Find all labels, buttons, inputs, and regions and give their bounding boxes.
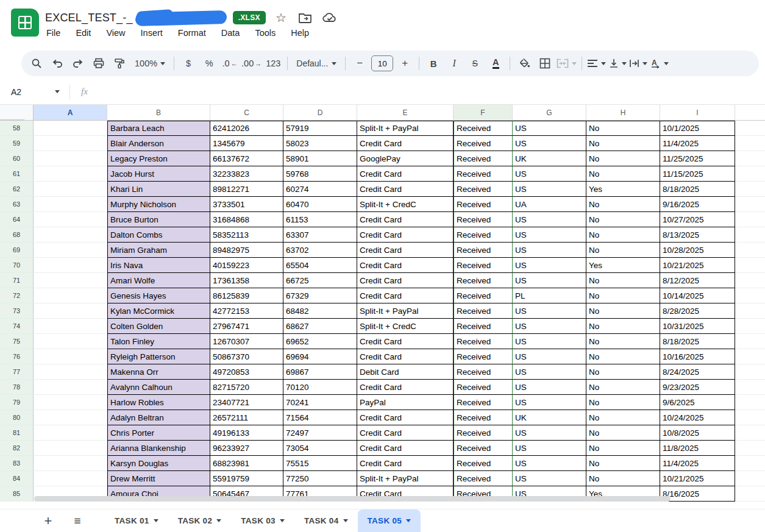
cell-h62[interactable]: Yes <box>586 182 660 197</box>
increase-decimal-button[interactable]: .00→ <box>241 54 262 73</box>
cell-g83[interactable]: US <box>513 456 586 471</box>
cell-b68[interactable]: Dalton Combs <box>107 227 210 243</box>
cell-e69[interactable]: Credit Card <box>357 243 454 258</box>
cell-c81[interactable]: 49196133 <box>210 425 283 441</box>
cell-b60[interactable]: Legacy Preston <box>107 151 210 166</box>
cell-c59[interactable]: 1345679 <box>210 136 283 151</box>
cell-partial[interactable] <box>735 288 765 303</box>
cell-h78[interactable]: No <box>586 380 660 395</box>
cell-e74[interactable]: Split-It + CredC <box>357 319 454 334</box>
cell-g72[interactable]: PL <box>513 288 586 303</box>
cell-h83[interactable]: No <box>586 456 660 471</box>
cell-d72[interactable]: 67329 <box>283 288 357 303</box>
row-header-60[interactable]: 60 <box>0 151 34 166</box>
merge-cells-button[interactable] <box>557 54 577 73</box>
cell-f59[interactable]: Received <box>454 136 513 151</box>
row-header-74[interactable]: 74 <box>0 319 34 334</box>
cell-g70[interactable]: US <box>513 258 586 273</box>
cell-d78[interactable]: 70120 <box>283 380 357 395</box>
cell-e61[interactable]: Credit Card <box>357 166 454 182</box>
decrease-font-size-button[interactable]: − <box>350 54 369 73</box>
cell-partial[interactable] <box>735 243 765 258</box>
cell-f61[interactable]: Received <box>454 166 513 182</box>
cell-e71[interactable]: Credit Card <box>357 273 454 288</box>
cell-i75[interactable]: 8/18/2025 <box>660 334 735 349</box>
cell-h70[interactable]: Yes <box>586 258 660 273</box>
column-header-d[interactable]: D <box>283 105 357 121</box>
cell-i76[interactable]: 10/16/2025 <box>660 349 735 364</box>
cell-f70[interactable]: Received <box>454 258 513 273</box>
cell-d63[interactable]: 60470 <box>283 197 357 212</box>
borders-button[interactable] <box>536 54 554 73</box>
cell-d75[interactable]: 69652 <box>283 334 357 349</box>
cell-h80[interactable]: No <box>586 410 660 425</box>
sheet-tab-task-03[interactable]: TASK 03 <box>231 509 294 532</box>
cell-f63[interactable]: Received <box>454 197 513 212</box>
cell-i80[interactable]: 10/24/2025 <box>660 410 735 425</box>
cell-partial[interactable] <box>735 151 765 166</box>
cell-partial[interactable] <box>735 136 765 151</box>
column-header-i[interactable]: I <box>660 105 735 121</box>
cell-g76[interactable]: US <box>513 349 586 364</box>
cell-c70[interactable]: 40159223 <box>210 258 283 273</box>
horizontal-scrollbar[interactable] <box>34 496 671 502</box>
cell-f75[interactable]: Received <box>454 334 513 349</box>
row-header-58[interactable]: 58 <box>0 121 34 136</box>
cell-f82[interactable]: Received <box>454 441 513 456</box>
cell-f71[interactable]: Received <box>454 273 513 288</box>
cell-h74[interactable]: No <box>586 319 660 334</box>
cell-c78[interactable]: 82715720 <box>210 380 283 395</box>
cell-e80[interactable]: Credit Card <box>357 410 454 425</box>
cell-b77[interactable]: Makenna Orr <box>107 364 210 380</box>
cell-f73[interactable]: Received <box>454 303 513 319</box>
cell-partial[interactable] <box>735 273 765 288</box>
cell-h58[interactable]: No <box>586 121 660 136</box>
cell-h82[interactable]: No <box>586 441 660 456</box>
cell-f76[interactable]: Received <box>454 349 513 364</box>
cell-b72[interactable]: Genesis Hayes <box>107 288 210 303</box>
print-icon[interactable] <box>90 54 108 73</box>
cell-e76[interactable]: Credit Card <box>357 349 454 364</box>
all-sheets-menu-icon[interactable]: ≡ <box>67 514 88 528</box>
cell-b82[interactable]: Arianna Blankenship <box>107 441 210 456</box>
cell-f84[interactable]: Received <box>454 471 513 486</box>
cell-b81[interactable]: Chris Porter <box>107 425 210 441</box>
sheet-tab-task-04[interactable]: TASK 04 <box>294 509 358 532</box>
format-percent-button[interactable]: % <box>200 54 218 73</box>
row-header-63[interactable]: 63 <box>0 197 34 212</box>
redo-icon[interactable] <box>69 54 87 73</box>
cell-e58[interactable]: Split-It + PayPal <box>357 121 454 136</box>
cell-i69[interactable]: 10/28/2025 <box>660 243 735 258</box>
column-header-a[interactable]: A <box>34 105 107 121</box>
cell-partial[interactable] <box>735 349 765 364</box>
cell-d81[interactable]: 72497 <box>283 425 357 441</box>
cell-partial[interactable] <box>735 121 765 136</box>
cell-d58[interactable]: 57919 <box>283 121 357 136</box>
cell-c83[interactable]: 68823981 <box>210 456 283 471</box>
cell-f72[interactable]: Received <box>454 288 513 303</box>
cell-f74[interactable]: Received <box>454 319 513 334</box>
cell-f83[interactable]: Received <box>454 456 513 471</box>
cell-g68[interactable]: US <box>513 227 586 243</box>
font-size-input[interactable]: 10 <box>371 55 393 71</box>
cell-g64[interactable]: US <box>513 212 586 227</box>
column-header-h[interactable]: H <box>586 105 660 121</box>
sheet-tab-task-01[interactable]: TASK 01 <box>105 509 168 532</box>
cell-g81[interactable]: US <box>513 425 586 441</box>
cell-c69[interactable]: 89482975 <box>210 243 283 258</box>
cell-i79[interactable]: 9/6/2025 <box>660 395 735 410</box>
cell-c61[interactable]: 32233823 <box>210 166 283 182</box>
cell-b62[interactable]: Khari Lin <box>107 182 210 197</box>
cell-d79[interactable]: 70241 <box>283 395 357 410</box>
cell-g58[interactable]: US <box>513 121 586 136</box>
cell-i74[interactable]: 10/31/2025 <box>660 319 735 334</box>
cell-a62[interactable] <box>34 182 107 197</box>
italic-button[interactable]: I <box>445 54 463 73</box>
cell-b79[interactable]: Harlow Robles <box>107 395 210 410</box>
cell-d68[interactable]: 63307 <box>283 227 357 243</box>
cell-i73[interactable]: 8/28/2025 <box>660 303 735 319</box>
cell-c60[interactable]: 66137672 <box>210 151 283 166</box>
cell-b63[interactable]: Murphy Nicholson <box>107 197 210 212</box>
document-title[interactable]: EXCEL_TEST_-_ <box>45 12 133 24</box>
cell-partial[interactable] <box>735 425 765 441</box>
